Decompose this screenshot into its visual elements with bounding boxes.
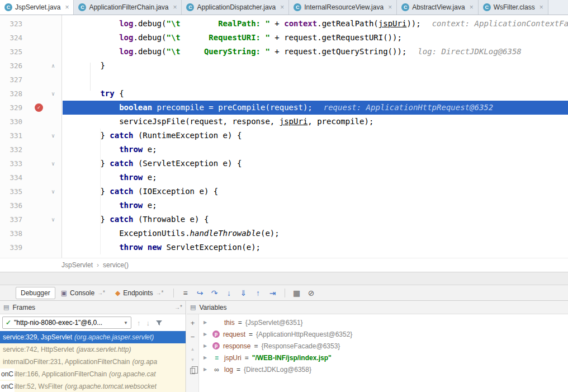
class-icon: C — [401, 3, 409, 11]
code-line[interactable]: 334 throw e; — [0, 171, 568, 185]
variable-name: response — [223, 342, 250, 350]
add-watch-icon[interactable]: + — [191, 319, 195, 327]
line-number[interactable]: 333 — [0, 157, 22, 171]
close-tab-icon[interactable]: × — [280, 3, 284, 11]
code-line[interactable]: 325 log.debug("\t QueryString: " + reque… — [0, 45, 568, 59]
frame-row[interactable]: doFilter:52, WsFilter(org.apache.tomcat.… — [0, 380, 186, 392]
expand-arrow-icon[interactable]: ▶ — [203, 332, 209, 337]
copy-icon[interactable] — [190, 368, 195, 374]
close-tab-icon[interactable]: × — [65, 3, 69, 11]
code-line[interactable]: 327 — [0, 73, 568, 87]
line-number[interactable]: 325 — [0, 45, 22, 59]
code-line[interactable]: 329✓ boolean precompile = preCompile(req… — [0, 101, 568, 115]
close-tab-icon[interactable]: × — [388, 3, 392, 11]
debug-tab-endpoints[interactable]: ◆Endpoints→* — [111, 287, 168, 299]
code-line[interactable]: 336 throw e; — [0, 199, 568, 212]
code-line[interactable]: 324 log.debug("\t RequestURI: " + reques… — [0, 31, 568, 45]
run-to-cursor-icon[interactable]: ⇥ — [266, 289, 280, 297]
parameter-icon: p — [212, 342, 220, 350]
move-down-icon[interactable]: ▼ — [191, 357, 195, 362]
editor-tab[interactable]: CAbstractView.java× — [397, 0, 479, 15]
fold-icon[interactable]: ∧ — [51, 59, 55, 73]
line-number[interactable]: 339 — [0, 240, 22, 254]
editor-tab[interactable]: CWsFilter.class× — [479, 0, 548, 15]
move-up-icon[interactable]: ▲ — [191, 347, 195, 352]
fold-icon[interactable]: ∨ — [51, 157, 55, 171]
breadcrumb-item[interactable]: JspServlet — [61, 261, 93, 269]
code-line[interactable]: 330 serviceJspFile(request, response, js… — [0, 115, 568, 129]
next-frame-icon[interactable]: ↓ — [146, 319, 150, 327]
line-number[interactable]: 336 — [0, 199, 22, 212]
editor-tab[interactable]: CApplicationDispatcher.java× — [182, 0, 289, 15]
panel-splitter[interactable] — [0, 272, 568, 285]
remove-watch-icon[interactable]: − — [191, 333, 195, 341]
line-number[interactable]: 328 — [0, 87, 22, 101]
close-tab-icon[interactable]: × — [539, 3, 543, 11]
line-number[interactable]: 330 — [0, 115, 22, 129]
code-line[interactable]: 331∨ } catch (RuntimeException e) { — [0, 129, 568, 143]
view-breakpoints-icon[interactable]: ▦ — [290, 289, 304, 297]
forward-icon[interactable]: →* — [156, 290, 164, 296]
fold-icon[interactable]: ∨ — [51, 212, 55, 226]
step-over-icon[interactable]: ↷ — [208, 289, 221, 297]
hamburger-icon[interactable]: ≡ — [179, 289, 192, 297]
breakpoint-icon[interactable]: ✓ — [35, 103, 43, 112]
variable-row[interactable]: ▶this={JspServlet@6351} — [199, 317, 568, 328]
thread-selector[interactable]: ✓ "http-nio-8080-exec-1"@6,0... ▼ — [2, 317, 131, 329]
line-number[interactable]: 338 — [0, 226, 22, 240]
debug-tab-console[interactable]: ▣Console→* — [56, 287, 110, 299]
breadcrumb-item[interactable]: service() — [103, 261, 129, 269]
code-line[interactable]: 328∨ try { — [0, 87, 568, 101]
close-tab-icon[interactable]: × — [173, 3, 177, 11]
line-number[interactable]: 329 — [0, 101, 22, 115]
prev-frame-icon[interactable]: ↑ — [137, 319, 141, 327]
line-number[interactable]: 335 — [0, 185, 22, 199]
code-line[interactable]: 332 throw e; — [0, 143, 568, 157]
line-number[interactable]: 337 — [0, 212, 22, 226]
expand-arrow-icon[interactable]: ▶ — [203, 343, 209, 348]
forward-icon[interactable]: →* — [174, 304, 182, 310]
variable-row[interactable]: ▶∞log={DirectJDKLog@6358} — [199, 363, 568, 375]
step-out-icon[interactable]: ↑ — [252, 289, 265, 297]
editor-tab[interactable]: CApplicationFilterChain.java× — [74, 0, 182, 15]
frame-row[interactable]: service:329, JspServlet(org.apache.jaspe… — [0, 331, 186, 343]
variable-row[interactable]: ▶≡jspUri="/WEB-INF/jsp/index.jsp" — [199, 352, 568, 363]
line-number[interactable]: 323 — [0, 17, 22, 31]
frame-row[interactable]: internalDoFilter:231, ApplicationFilterC… — [0, 356, 186, 368]
expand-arrow-icon[interactable]: ▶ — [203, 320, 209, 325]
expand-arrow-icon[interactable]: ▶ — [203, 367, 209, 372]
line-number[interactable]: 327 — [0, 73, 22, 87]
forward-icon[interactable]: →* — [97, 290, 105, 296]
mute-breakpoints-icon[interactable]: ⊘ — [305, 289, 318, 297]
frame-row[interactable]: service:742, HttpServlet(javax.servlet.h… — [0, 343, 186, 356]
fold-icon[interactable]: ∨ — [51, 87, 55, 101]
fold-icon[interactable]: ∨ — [51, 129, 55, 143]
step-into-icon[interactable]: ↓ — [223, 289, 236, 297]
show-execution-point-icon[interactable]: ↪ — [193, 289, 207, 297]
code-line[interactable]: 323 log.debug("\t RealPath: " + context.… — [0, 17, 568, 31]
code-line[interactable]: 333∨ } catch (ServletException e) { — [0, 157, 568, 171]
code-line[interactable]: 337∨ } catch (Throwable e) { — [0, 212, 568, 226]
code-line[interactable]: 338 ExceptionUtils.handleThrowable(e); — [0, 226, 568, 240]
force-step-into-icon[interactable]: ⇓ — [237, 289, 250, 297]
code-line[interactable]: 339 throw new ServletException(e); — [0, 240, 568, 254]
editor-tab[interactable]: CJspServlet.java× — [0, 0, 74, 15]
variable-row[interactable]: ▶prequest={ApplicationHttpRequest@6352} — [199, 328, 568, 340]
close-tab-icon[interactable]: × — [470, 3, 474, 11]
line-number[interactable]: 326 — [0, 59, 22, 73]
equals-sign: = — [238, 319, 242, 327]
line-number[interactable]: 331 — [0, 129, 22, 143]
expand-arrow-icon[interactable]: ▶ — [203, 355, 209, 360]
code-line[interactable]: 326∧ } — [0, 59, 568, 73]
line-number[interactable]: 332 — [0, 143, 22, 157]
code-line[interactable]: 335∨ } catch (IOException e) { — [0, 185, 568, 199]
line-number[interactable]: 334 — [0, 171, 22, 185]
frame-row[interactable]: doFilter:166, ApplicationFilterChain(org… — [0, 368, 186, 380]
filter-icon[interactable] — [155, 319, 163, 327]
variable-row[interactable]: ▶presponse={ResponseFacade@6353} — [199, 340, 568, 352]
editor-tab[interactable]: CInternalResourceView.java× — [289, 0, 397, 15]
fold-icon[interactable]: ∨ — [51, 185, 55, 199]
debug-tab-label: Debugger — [21, 289, 50, 297]
line-number[interactable]: 324 — [0, 31, 22, 45]
debug-tab-debugger[interactable]: Debugger — [16, 287, 55, 299]
